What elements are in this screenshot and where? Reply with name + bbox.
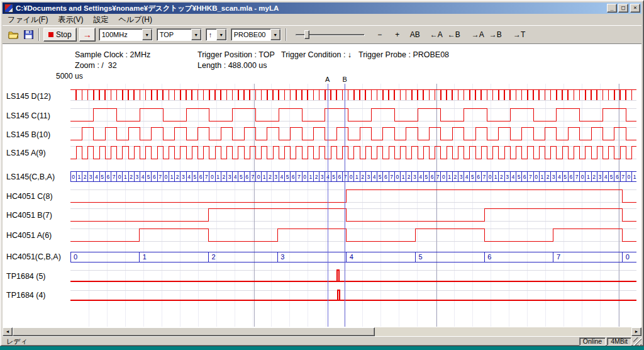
ab-button[interactable]: AB — [408, 28, 423, 41]
trigger-probe-select[interactable]: PROBE00 ▼ — [231, 28, 281, 41]
online-status-badge: Online — [579, 337, 606, 346]
zoom-out-button[interactable]: − — [372, 28, 387, 41]
zoom-info: Zoom : / 32 — [75, 61, 117, 70]
waveform-plot: 0123456701234567012345670123456701234567… — [70, 84, 636, 327]
svg-text:6: 6 — [431, 174, 434, 180]
stop-button[interactable]: Stop — [43, 28, 77, 42]
svg-text:4: 4 — [280, 174, 283, 180]
zoom-in-button[interactable]: + — [390, 28, 405, 41]
svg-text:1: 1 — [124, 174, 127, 180]
svg-text:5: 5 — [610, 174, 613, 180]
svg-text:1: 1 — [143, 253, 147, 261]
svg-text:5: 5 — [425, 174, 428, 180]
status-message: レディ — [6, 337, 578, 346]
scrollbar-track[interactable] — [375, 327, 631, 336]
chevron-down-icon[interactable]: ▼ — [216, 29, 226, 40]
menu-help[interactable]: ヘルプ(H) — [113, 14, 157, 26]
sample-clock-value: 100MHz — [99, 29, 142, 40]
title-bar[interactable]: C:¥Documents and Settings¥noname¥デスクトップ¥… — [3, 3, 641, 14]
scroll-right-icon[interactable]: ► — [631, 327, 641, 336]
run-button[interactable]: → — [79, 28, 96, 42]
svg-text:5: 5 — [379, 174, 382, 180]
trigger-probe-value: PROBE00 — [231, 29, 270, 40]
menu-view[interactable]: 表示(V) — [53, 14, 88, 26]
svg-text:3: 3 — [598, 174, 601, 180]
svg-text:7: 7 — [344, 174, 347, 180]
channel-label: LS145 D(12) — [6, 91, 51, 101]
menu-file[interactable]: ファイル(F) — [3, 14, 53, 26]
maximize-button[interactable]: □ — [618, 4, 628, 13]
svg-text:6: 6 — [106, 174, 109, 180]
stop-icon — [48, 32, 53, 37]
svg-text:0: 0 — [211, 174, 214, 180]
status-bar: レディ Online 4MBit — [3, 336, 641, 346]
svg-text:2: 2 — [408, 174, 411, 180]
cursor-b-label[interactable]: B — [343, 76, 347, 83]
svg-text:7: 7 — [158, 174, 162, 180]
svg-text:0: 0 — [74, 253, 77, 261]
svg-text:0: 0 — [303, 174, 306, 180]
resize-grip[interactable] — [633, 337, 641, 346]
svg-text:2: 2 — [361, 174, 364, 180]
svg-text:6: 6 — [245, 174, 248, 180]
svg-text:6: 6 — [199, 174, 203, 180]
menu-bar: ファイル(F) 表示(V) 設定 ヘルプ(H) — [3, 14, 641, 25]
svg-text:4: 4 — [419, 174, 422, 180]
channel-label: TP1684 (5) — [6, 271, 46, 281]
svg-text:0: 0 — [535, 174, 538, 180]
svg-text:7: 7 — [390, 174, 393, 180]
svg-text:1: 1 — [587, 174, 590, 180]
svg-text:1: 1 — [355, 174, 358, 180]
app-icon — [4, 4, 13, 13]
scrollbar-thumb[interactable] — [13, 327, 375, 336]
svg-text:5: 5 — [419, 253, 423, 261]
svg-text:0: 0 — [442, 174, 445, 180]
svg-text:4: 4 — [142, 174, 145, 180]
svg-text:2: 2 — [453, 174, 457, 180]
svg-text:7: 7 — [251, 174, 254, 180]
run-arrow-icon: → — [83, 30, 92, 40]
svg-text:3: 3 — [182, 174, 185, 180]
chevron-down-icon[interactable]: ▼ — [270, 29, 280, 40]
horizontal-scrollbar[interactable]: ◄ ► — [3, 327, 641, 336]
goto-cursor-a-button[interactable]: ←A — [429, 28, 444, 41]
chevron-down-icon[interactable]: ▼ — [142, 29, 152, 40]
svg-text:0: 0 — [626, 253, 630, 261]
channel-label: HC4051 C(8) — [6, 191, 53, 201]
svg-text:4: 4 — [604, 174, 608, 180]
svg-text:5: 5 — [286, 174, 289, 180]
svg-text:6: 6 — [523, 174, 526, 180]
toolbar-separator — [286, 28, 287, 41]
trigger-position-select[interactable]: TOP ▼ — [157, 28, 202, 41]
close-button[interactable]: × — [630, 4, 640, 13]
zoom-slider[interactable] — [296, 28, 365, 41]
svg-text:5: 5 — [193, 174, 196, 180]
menu-settings[interactable]: 設定 — [88, 14, 113, 26]
svg-text:7: 7 — [529, 174, 532, 180]
set-cursor-a-button[interactable]: →A — [470, 28, 486, 41]
cursor-a-label[interactable]: A — [325, 76, 330, 83]
slider-handle[interactable] — [304, 30, 309, 39]
svg-text:5: 5 — [101, 174, 104, 180]
goto-trigger-button[interactable]: →T — [512, 28, 527, 41]
set-cursor-b-button[interactable]: →B — [488, 28, 503, 41]
svg-text:0: 0 — [164, 174, 167, 180]
minimize-button[interactable]: _ — [607, 4, 617, 13]
svg-text:0: 0 — [489, 174, 492, 180]
svg-text:3: 3 — [367, 174, 370, 180]
svg-text:4: 4 — [350, 253, 353, 261]
scroll-left-icon[interactable]: ◄ — [3, 327, 13, 336]
svg-text:4: 4 — [558, 174, 561, 180]
svg-text:0: 0 — [627, 174, 630, 180]
svg-text:2: 2 — [547, 174, 550, 180]
open-file-icon[interactable] — [8, 30, 19, 40]
goto-cursor-b-button[interactable]: ←B — [447, 28, 462, 41]
save-icon[interactable] — [23, 30, 34, 40]
channel-label: HC4051 B(7) — [6, 210, 52, 220]
trigger-edge-select[interactable]: ↑ ▼ — [206, 28, 227, 41]
svg-text:5: 5 — [518, 174, 521, 180]
sample-clock-select[interactable]: 100MHz ▼ — [99, 28, 153, 41]
trigger-probe-info: Trigger Probe : PROBE08 — [358, 50, 449, 59]
stop-label: Stop — [56, 30, 72, 39]
chevron-down-icon[interactable]: ▼ — [191, 29, 201, 40]
